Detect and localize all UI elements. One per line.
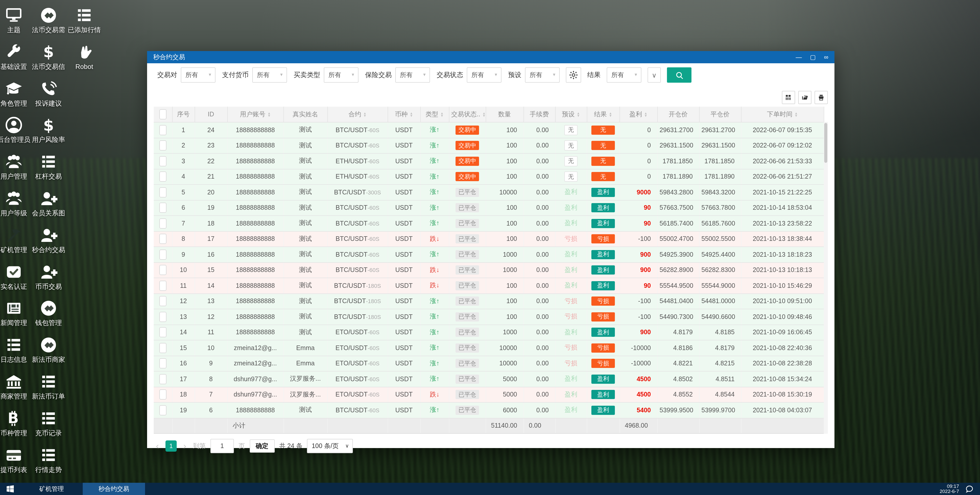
desktop-icon-币币交易[interactable]: 币币交易 <box>25 263 72 290</box>
cell-open-price: 53999.9500 <box>657 402 699 418</box>
filter-select-支付货币[interactable]: 所有▼ <box>252 67 287 82</box>
row-checkbox[interactable] <box>159 312 167 322</box>
column-header-结果[interactable]: 结果▲▼ <box>587 107 619 122</box>
row-checkbox[interactable] <box>159 374 167 384</box>
row-checkbox[interactable] <box>159 405 167 416</box>
column-header-合约[interactable]: 合约▲▼ <box>327 107 388 122</box>
desktop-icon-杠杆交易[interactable]: 杠杆交易 <box>25 152 72 180</box>
pin-button[interactable]: ∞ <box>824 54 828 60</box>
column-header-币种[interactable]: 币种▲▼ <box>388 107 420 122</box>
print-button[interactable] <box>815 91 828 104</box>
taskbar-tray: 09:17 2022-6-7 <box>940 483 980 495</box>
desktop-icon-投诉建议[interactable]: 投诉建议 <box>25 79 72 107</box>
desktop-icon-label: 充币记录 <box>25 429 72 437</box>
row-checkbox[interactable] <box>159 234 167 244</box>
table-scrollbar[interactable] <box>824 122 828 434</box>
current-page-button[interactable]: 1 <box>165 440 177 452</box>
taskbar-item-秒合约交易[interactable]: 秒合约交易 <box>83 483 145 495</box>
sort-icon[interactable]: ▲▼ <box>441 111 444 117</box>
row-checkbox[interactable] <box>159 156 167 167</box>
filter-select-买卖类型[interactable]: 所有▼ <box>324 67 358 82</box>
chat-bubble-icon[interactable] <box>965 485 974 493</box>
desktop-icon-新法币订单[interactable]: 新法币订单 <box>25 373 72 400</box>
list-icon <box>25 446 72 464</box>
desktop-icon-Robot[interactable]: Robot <box>61 43 107 70</box>
column-header-类型[interactable]: 类型▲▼ <box>420 107 449 122</box>
row-checkbox[interactable] <box>159 172 167 182</box>
columns-button[interactable] <box>782 91 795 104</box>
next-page-button[interactable]: › <box>181 441 188 451</box>
sort-icon[interactable]: ▲▼ <box>267 111 271 117</box>
prev-page-button[interactable]: ‹ <box>154 441 161 451</box>
sort-icon[interactable]: ▲▼ <box>482 111 486 117</box>
cell-id: 18 <box>194 216 227 231</box>
desktop-icon-用户风险率[interactable]: $用户风险率 <box>25 116 72 144</box>
cell-name: 测试 <box>283 294 327 309</box>
taskbar-item-矿机管理[interactable]: 矿机管理 <box>21 483 83 495</box>
row-checkbox[interactable] <box>159 359 167 369</box>
desktop-icon-钱包管理[interactable]: 钱包管理 <box>25 299 72 327</box>
expand-filters-button[interactable]: ∨ <box>648 67 661 82</box>
cell-id: 17 <box>194 231 227 247</box>
sort-icon[interactable]: ▲▼ <box>644 111 648 117</box>
cell-index: 9 <box>172 247 194 262</box>
desktop-icon-行情走势[interactable]: 行情走势 <box>25 446 72 473</box>
desktop-icon-会员关系图[interactable]: 会员关系图 <box>25 189 72 217</box>
sort-icon[interactable]: ▲▼ <box>609 111 612 117</box>
cell-status: 已平仓 <box>449 371 486 387</box>
result-filter-select[interactable]: 所有 ▼ <box>607 67 641 82</box>
row-checkbox[interactable] <box>159 218 167 228</box>
filter-select-交易对[interactable]: 所有▼ <box>181 67 215 82</box>
type-up-label: 涨↑ <box>430 406 439 414</box>
taskbar-clock[interactable]: 09:17 2022-6-7 <box>940 484 959 494</box>
scrollbar-thumb[interactable] <box>824 123 827 163</box>
desktop-icon-已添加行情[interactable]: 已添加行情 <box>61 6 107 34</box>
maximize-button[interactable]: ▢ <box>810 54 816 60</box>
row-checkbox[interactable] <box>159 327 167 338</box>
settings-gear-button[interactable] <box>566 67 581 82</box>
cell-profit: -100 <box>619 231 657 247</box>
column-header-交易状态..[interactable]: 交易状态..▲▼ <box>449 107 486 122</box>
total-records-label: 共 24 条 <box>279 442 302 451</box>
confirm-page-button[interactable]: 确定 <box>250 439 275 453</box>
cell-preset: 盈利 <box>555 402 587 418</box>
page-size-select[interactable]: 100 条/页 ∨ <box>307 439 353 453</box>
result-badge: 盈利 <box>591 374 615 384</box>
filter-select-预设[interactable]: 所有▼ <box>525 67 560 82</box>
chevron-down-icon: ▼ <box>351 73 355 77</box>
export-button[interactable] <box>798 91 811 104</box>
desktop-icon-充币记录[interactable]: 充币记录 <box>25 409 72 437</box>
start-button[interactable] <box>0 483 21 495</box>
row-checkbox[interactable] <box>159 203 167 213</box>
cell-preset: 盈利 <box>555 184 587 200</box>
sort-icon[interactable]: ▲▼ <box>795 111 798 117</box>
filter-label: 保险交易 <box>365 70 392 79</box>
filter-select-保险交易[interactable]: 所有▼ <box>395 67 430 82</box>
sort-icon[interactable]: ▲▼ <box>410 111 413 117</box>
column-header-用户账号[interactable]: 用户账号▲▼ <box>227 107 283 122</box>
row-checkbox[interactable] <box>159 125 167 135</box>
filter-select-交易状态[interactable]: 所有▼ <box>467 67 501 82</box>
row-checkbox[interactable] <box>159 187 167 197</box>
minimize-button[interactable]: — <box>795 54 802 60</box>
contract-period: -60S <box>368 236 379 242</box>
profit-value: 0 <box>647 173 651 180</box>
preset-label: 亏损 <box>565 344 578 351</box>
goto-page-input[interactable] <box>210 439 234 453</box>
sort-icon[interactable]: ▲▼ <box>363 111 367 117</box>
row-checkbox[interactable] <box>159 265 167 275</box>
column-header-预设[interactable]: 预设▲▼ <box>555 107 587 122</box>
desktop-icon-秒合约交易[interactable]: 秒合约交易 <box>25 226 72 254</box>
select-all-checkbox[interactable] <box>159 109 167 119</box>
column-header-下单时间[interactable]: 下单时间▲▼ <box>741 107 824 122</box>
row-checkbox[interactable] <box>159 141 167 151</box>
row-checkbox[interactable] <box>159 281 167 291</box>
search-button[interactable] <box>667 67 692 82</box>
row-checkbox[interactable] <box>159 390 167 400</box>
desktop-icon-新法币商家[interactable]: 新法币商家 <box>25 336 72 363</box>
row-checkbox[interactable] <box>159 249 167 260</box>
sort-icon[interactable]: ▲▼ <box>577 111 580 117</box>
row-checkbox[interactable] <box>159 296 167 306</box>
row-checkbox[interactable] <box>159 343 167 353</box>
column-header-盈利[interactable]: 盈利▲▼ <box>619 107 657 122</box>
